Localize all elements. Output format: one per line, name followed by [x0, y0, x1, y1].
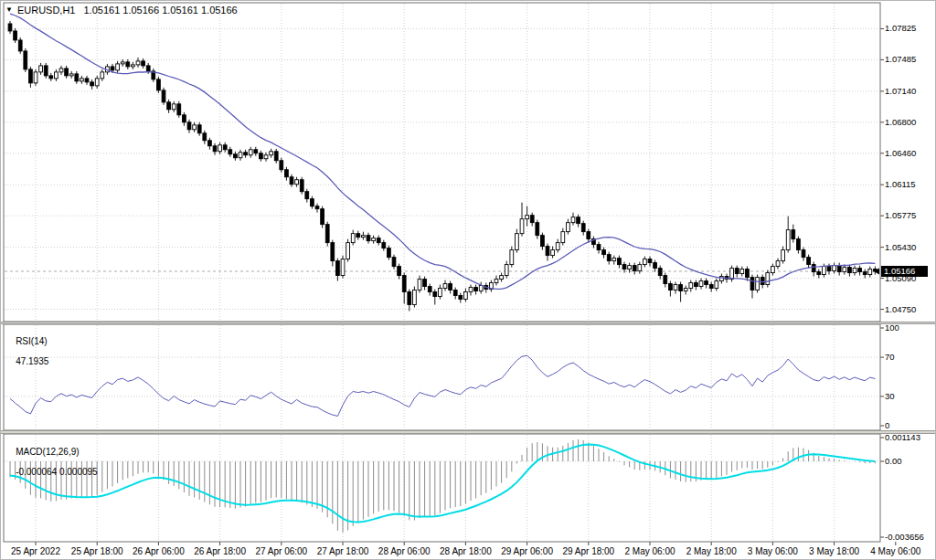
- ohlc-quotes-label: 1.05161 1.05166 1.05161 1.05166: [84, 5, 238, 16]
- price-chart-canvas[interactable]: [1, 1, 936, 560]
- rsi-tick-label: 0: [885, 420, 889, 430]
- macd-tick-label: -0.003656: [885, 532, 924, 542]
- rsi-indicator-label: RSI(14) 47.1935: [5, 326, 48, 376]
- time-tick-label: 3 May 06:00: [748, 546, 798, 556]
- price-tick-label: 1.05775: [885, 210, 916, 220]
- panel-splitter-rsi[interactable]: [1, 322, 936, 324]
- time-tick-label: 2 May 18:00: [686, 546, 737, 556]
- price-tick-label: 1.05430: [885, 242, 916, 252]
- rsi-tick-label: 70: [885, 352, 895, 362]
- macd-tick-label: 0.00: [885, 456, 902, 466]
- rsi-value: 47.1935: [16, 356, 48, 366]
- rsi-tick-label: 30: [885, 391, 895, 401]
- chart-title: ▼ EURUSD,H1 1.05161 1.05166 1.05161 1.05…: [5, 5, 238, 16]
- time-tick-label: 26 Apr 18:00: [194, 546, 246, 556]
- price-tick-label: 1.07485: [885, 54, 916, 64]
- macd-tick-label: 0.001143: [885, 432, 920, 442]
- price-tick-label: 1.06115: [885, 179, 916, 189]
- time-tick-label: 26 Apr 06:00: [133, 546, 185, 556]
- time-tick-label: 25 Apr 2022: [11, 546, 60, 556]
- price-tick-label: 1.07140: [885, 86, 916, 96]
- time-tick-label: 29 Apr 18:00: [562, 546, 614, 556]
- macd-name: MACD(12,26,9): [16, 447, 79, 457]
- symbol-period-label: EURUSD,H1: [17, 5, 76, 16]
- panel-splitter-macd[interactable]: [1, 430, 936, 434]
- time-tick-label: 28 Apr 18:00: [440, 546, 492, 556]
- time-tick-label: 27 Apr 06:00: [255, 546, 307, 556]
- time-tick-label: 2 May 06:00: [624, 546, 675, 556]
- current-price-marker: 1.05166: [881, 266, 928, 277]
- time-tick-label: 4 May 06:00: [870, 546, 920, 556]
- macd-indicator-label: MACD(12,26,9) -0.000064 0.000095: [5, 437, 98, 487]
- chart-window: ▼ EURUSD,H1 1.05161 1.05166 1.05161 1.05…: [0, 0, 936, 560]
- price-tick-label: 1.06800: [885, 117, 916, 127]
- time-tick-label: 25 Apr 18:00: [71, 546, 123, 556]
- rsi-name: RSI(14): [16, 336, 47, 346]
- time-tick-label: 27 Apr 18:00: [317, 546, 369, 556]
- time-tick-label: 28 Apr 06:00: [378, 546, 431, 556]
- time-tick-label: 29 Apr 06:00: [501, 546, 553, 556]
- price-tick-label: 1.07825: [885, 23, 916, 33]
- rsi-tick-label: 100: [885, 322, 899, 333]
- time-tick-label: 3 May 18:00: [809, 546, 859, 556]
- price-tick-label: 1.04750: [885, 304, 916, 314]
- chart-menu-icon[interactable]: ▼: [5, 5, 13, 15]
- price-tick-label: 1.06460: [885, 148, 916, 158]
- macd-values: -0.000064 0.000095: [16, 467, 98, 477]
